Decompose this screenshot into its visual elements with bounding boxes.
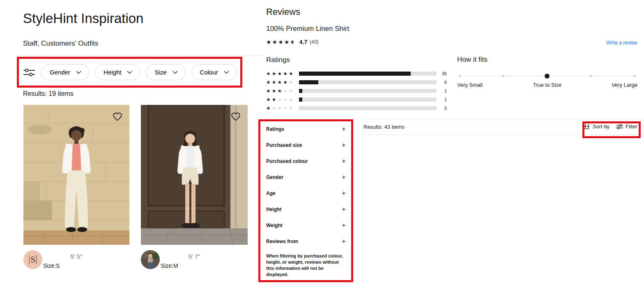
reviews-results-count: Results: 43 items (363, 124, 405, 130)
page-subtitle: Staff, Customers' Outfits (23, 39, 98, 48)
heart-icon (230, 111, 241, 122)
review-list-controls: Sort by Filter (584, 123, 637, 130)
accordion-section-ratings[interactable]: Ratings + (266, 121, 346, 137)
outfit-card[interactable]: S 5' 5" Size:S (23, 105, 129, 245)
outfit-photo[interactable] (141, 105, 248, 245)
fit-slider-dot (634, 75, 636, 77)
model-size: Size:M (161, 262, 178, 269)
fit-label-true-to-size: True to Size (457, 82, 637, 88)
outfit-photo-illustration (23, 105, 129, 245)
fit-labels: Very Small True to Size Very Large (457, 82, 637, 88)
filter-pill-height[interactable]: Height (95, 64, 140, 80)
plus-icon: + (342, 190, 346, 197)
sliders-icon (616, 124, 623, 130)
plus-icon: + (342, 238, 346, 245)
distribution-row: ★★★★★ 35 (266, 69, 447, 78)
rating-bar-count: 6 (437, 80, 447, 85)
rating-bar-count: 35 (437, 71, 447, 76)
how-it-fits: How it fits Very Small True to Size Very… (457, 56, 637, 88)
favorite-button[interactable] (112, 111, 124, 122)
stylehint-results-count: Results: 19 items (23, 90, 74, 97)
stylehint-filter-bar: Gender Height Size Colour (23, 64, 237, 80)
rating-count: (43) (310, 39, 318, 45)
outfit-card-footer: 5' 7" Size:M (141, 249, 248, 274)
filter-pill-size[interactable]: Size (146, 64, 185, 80)
ratings-distribution: ★★★★★ 35 ★★★★★ 6 ★★★★★ 1 ★★★★★ 1 ★★★★★ 0 (266, 69, 447, 112)
chevron-down-icon (127, 71, 132, 74)
star-rating-icon: ★★★★★ (266, 97, 299, 102)
filter-label: Filter (626, 123, 637, 130)
outfit-card[interactable]: 5' 7" Size:M (141, 105, 248, 245)
rating-summary: ★★★★★★ 4.7 (43) (266, 39, 319, 45)
star-rating-icon: ★★★★★ (266, 71, 299, 77)
accordion-section-gender[interactable]: Gender + (266, 169, 346, 185)
reviews-heading: Reviews (266, 7, 300, 17)
filter-pill-label: Colour (200, 69, 218, 76)
accordion-section-weight[interactable]: Weight + (266, 217, 346, 233)
plus-icon: + (342, 142, 346, 149)
rating-bar-count: 0 (437, 106, 447, 111)
product-name: 100% Premium Linen Shirt (266, 25, 349, 33)
filter-button[interactable]: Filter (616, 123, 637, 130)
review-filter-accordion: Ratings + Purchased size + Purchased col… (266, 121, 346, 278)
accordion-section-age[interactable]: Age + (266, 185, 346, 201)
filter-settings-button[interactable] (23, 67, 35, 78)
divider (17, 56, 265, 56)
plus-icon: + (342, 206, 346, 213)
rating-bar (299, 80, 436, 84)
chevron-down-icon (172, 71, 178, 74)
filter-pill-label: Height (104, 69, 121, 76)
how-it-fits-heading: How it fits (457, 56, 637, 64)
divider (363, 135, 644, 135)
model-height: 5' 7" (141, 253, 248, 260)
fit-slider (457, 74, 637, 79)
rating-bar-count: 1 (437, 88, 447, 93)
sort-by-button[interactable]: Sort by (584, 123, 610, 130)
sort-descending-icon (584, 123, 590, 130)
fit-slider-dot-selected (545, 74, 550, 79)
favorite-button[interactable] (230, 111, 242, 122)
ratings-heading: Ratings (266, 56, 290, 64)
outfit-photo[interactable] (23, 105, 129, 245)
distribution-row: ★★★★★ 6 (266, 78, 447, 86)
filter-note: When filtering by purchased colour, heig… (266, 253, 347, 278)
rating-bar-count: 1 (437, 97, 447, 102)
distribution-row: ★★★★★ 1 (266, 95, 447, 104)
accordion-section-height[interactable]: Height + (266, 201, 346, 217)
heart-icon (112, 111, 123, 122)
star-rating-icon: ★★★★★★ (266, 39, 296, 45)
fit-slider-dot (459, 75, 461, 77)
rating-bar (299, 97, 436, 102)
fit-slider-dot (590, 75, 592, 77)
model-size: Size:S (43, 262, 60, 269)
star-rating-icon: ★★★★★ (266, 79, 299, 85)
average-rating: 4.7 (299, 39, 307, 45)
sliders-icon (23, 67, 35, 78)
page-title: StyleHint Inspiration (23, 11, 143, 26)
fit-label-very-large: Very Large (612, 82, 637, 88)
model-height: 5' 5" (23, 253, 129, 260)
accordion-section-reviews-from[interactable]: Reviews from + (266, 233, 346, 249)
filter-pill-colour[interactable]: Colour (191, 64, 237, 80)
sort-by-label: Sort by (593, 123, 610, 130)
divider (363, 118, 644, 119)
filter-pill-label: Gender (50, 69, 70, 76)
accordion-section-purchased-colour[interactable]: Purchased colour + (266, 153, 346, 169)
write-review-link[interactable]: Write a review (606, 40, 637, 46)
star-rating-icon: ★★★★★ (266, 105, 299, 111)
star-rating-icon: ★★★★★ (266, 88, 299, 94)
chevron-down-icon (76, 71, 81, 74)
rating-bar (299, 89, 436, 93)
plus-icon: + (342, 222, 346, 229)
stylehint-reviews-page: StyleHint Inspiration Staff, Customers' … (0, 0, 644, 304)
filter-pill-label: Size (154, 69, 166, 76)
distribution-row: ★★★★★ 0 (266, 104, 447, 112)
filter-pill-gender[interactable]: Gender (41, 64, 89, 80)
accordion-section-purchased-size[interactable]: Purchased size + (266, 137, 346, 153)
plus-icon: + (342, 125, 346, 132)
plus-icon: + (342, 174, 346, 181)
distribution-row: ★★★★★ 1 (266, 86, 447, 95)
plus-icon: + (342, 158, 346, 165)
rating-bar (299, 106, 436, 110)
chevron-down-icon (224, 71, 229, 74)
